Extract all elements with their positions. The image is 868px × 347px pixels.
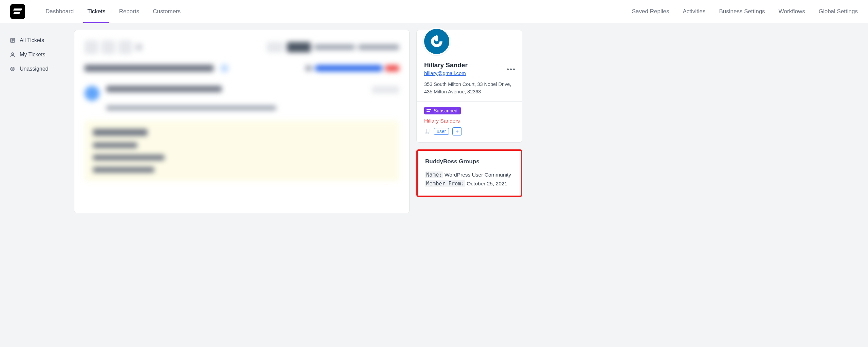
nav-activities[interactable]: Activities: [683, 8, 705, 15]
nav-saved-replies[interactable]: Saved Replies: [632, 8, 669, 15]
sidebar-item-all-tickets[interactable]: All Tickets: [6, 33, 67, 48]
gravatar-icon: [427, 31, 447, 52]
nav-customers[interactable]: Customers: [153, 0, 181, 23]
eye-icon: [10, 66, 16, 72]
badge-label: Subscribed: [434, 108, 457, 113]
svg-point-4: [12, 53, 14, 55]
group-name-value: WordPress User Community: [445, 172, 511, 178]
sidebar: All Tickets My Tickets Unassigned: [6, 30, 67, 213]
nav-dashboard[interactable]: Dashboard: [46, 0, 74, 23]
ticket-content-blurred: [74, 30, 409, 191]
customer-avatar: [423, 28, 451, 55]
svg-point-5: [12, 68, 14, 70]
nav-right: Saved Replies Activities Business Settin…: [632, 8, 858, 15]
customer-card: ••• Hillary Sander hillary@gmail.com 353…: [416, 30, 522, 143]
subscription-badge: Subscribed: [424, 107, 461, 114]
logo-glyph: [14, 8, 22, 15]
nav-left: Dashboard Tickets Reports Customers: [46, 0, 181, 23]
tags-row: 🏷 user +: [424, 127, 514, 135]
add-tag-button[interactable]: +: [452, 127, 462, 135]
buddyboss-groups-card: BuddyBoss Groups Name: WordPress User Co…: [416, 149, 522, 197]
customer-name-link[interactable]: Hillary Sanders: [424, 118, 514, 124]
ticket-panel: [74, 30, 410, 213]
user-icon: [10, 52, 16, 58]
customer-email-link[interactable]: hillary@gmail.com: [424, 70, 466, 76]
group-entry: Name: WordPress User Community Member Fr…: [425, 170, 513, 188]
nav-reports[interactable]: Reports: [119, 0, 139, 23]
customer-sidebar: ••• Hillary Sander hillary@gmail.com 353…: [416, 30, 522, 213]
list-icon: [10, 37, 16, 43]
app-logo[interactable]: [10, 4, 25, 19]
badge-logo-icon: [426, 109, 432, 112]
sidebar-item-unassigned[interactable]: Unassigned: [6, 62, 67, 76]
top-navbar: Dashboard Tickets Reports Customers Save…: [0, 0, 868, 23]
group-since-label: Member From:: [425, 180, 465, 187]
nav-business-settings[interactable]: Business Settings: [719, 8, 765, 15]
sidebar-item-label: Unassigned: [20, 66, 49, 72]
main-layout: All Tickets My Tickets Unassigned: [0, 23, 528, 220]
nav-workflows[interactable]: Workflows: [779, 8, 805, 15]
groups-title: BuddyBoss Groups: [425, 158, 513, 165]
tag-icon: 🏷: [424, 128, 431, 134]
sidebar-item-label: All Tickets: [20, 37, 44, 43]
group-since-value: October 25, 2021: [467, 181, 507, 186]
sidebar-item-my-tickets[interactable]: My Tickets: [6, 48, 67, 62]
nav-tickets[interactable]: Tickets: [87, 0, 105, 23]
svg-rect-7: [435, 35, 438, 41]
group-name-label: Name:: [425, 171, 443, 178]
tag-chip[interactable]: user: [434, 128, 449, 135]
customer-address: 353 South Milton Court, 33 Nobel Drive, …: [424, 81, 514, 96]
more-menu-icon[interactable]: •••: [507, 66, 516, 73]
sidebar-item-label: My Tickets: [20, 52, 46, 58]
customer-name: Hillary Sander: [424, 61, 514, 69]
nav-global-settings[interactable]: Global Settings: [819, 8, 858, 15]
